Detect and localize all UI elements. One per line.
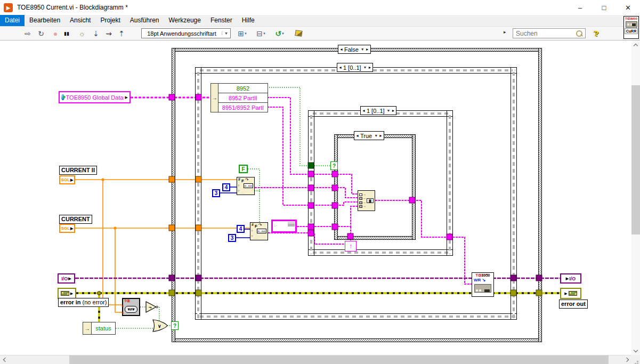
current-label[interactable]: CURRENT <box>59 215 92 224</box>
scroll-down-button[interactable] <box>631 346 640 355</box>
unbundle-row[interactable]: 8952 PartII <box>218 93 268 103</box>
inner-sequence-border[interactable] <box>447 110 453 256</box>
menu-bearbeiten[interactable]: Bearbeiten <box>25 15 65 26</box>
wire-booleans[interactable] <box>114 87 330 328</box>
toe8950-write-subvi[interactable]: TŒ8950 WR ↘ <box>472 272 494 297</box>
vertical-scrollbar[interactable] <box>631 41 640 355</box>
number-to-fractional-string-node[interactable]: # F ↷ n.nn ⊦ ⊦ ··· <box>237 177 255 195</box>
maximize-button[interactable]: □ <box>592 0 616 15</box>
error-out-label[interactable]: error out <box>559 300 588 309</box>
scroll-right-button[interactable] <box>623 355 631 364</box>
menu-datei[interactable]: Datei <box>0 15 25 26</box>
width-constant[interactable]: 4 <box>237 225 245 233</box>
sequence-border[interactable] <box>195 313 517 320</box>
case-structure-border[interactable] <box>172 338 542 342</box>
align-objects-icon[interactable]: ⊞▼ <box>236 28 249 39</box>
concatenate-strings-node[interactable]: → → → → ▓ <box>358 190 375 211</box>
horizontal-scrollbar-thumb[interactable] <box>69 355 609 364</box>
string-constant[interactable]: ∶· <box>271 220 297 233</box>
highlight-execution-icon[interactable]: ☼ <box>77 28 87 39</box>
vertical-scrollbar-thumb[interactable] <box>631 85 640 234</box>
sequence-border[interactable] <box>511 67 517 320</box>
chevron-down-icon[interactable]: ▼ <box>387 109 391 112</box>
unbundle-row[interactable]: 8952 <box>218 84 268 93</box>
sequence-border[interactable] <box>195 67 201 320</box>
search-splitter-icon[interactable]: ▸ <box>504 29 506 35</box>
prev-frame-icon[interactable]: ◄ <box>362 109 366 112</box>
number-to-fractional-string-node[interactable]: # F ↷ n.nn ⊦ ⊦ ··· <box>250 222 268 240</box>
minimize-button[interactable]: – <box>568 0 592 15</box>
toe-compare-node[interactable]: TŒ ▸ ▸ ▾≠▾ <box>122 298 140 316</box>
menu-ausfuehren[interactable]: Ausführen <box>125 15 164 26</box>
font-selector[interactable]: 18pt Anwendungsschriftart ▼ <box>141 28 231 38</box>
inner-sequence-frame-label[interactable]: ◄ 1 [0..1] ▼ ► <box>360 106 396 115</box>
step-over-icon[interactable]: ⇝ <box>103 28 114 39</box>
error-in-terminal[interactable]: ▶ <box>58 288 76 299</box>
global-variable[interactable]: TOE8950 Global Data ▶ <box>59 91 131 103</box>
true-case-border[interactable] <box>334 236 416 240</box>
chevron-down-icon[interactable]: ▼ <box>361 47 364 51</box>
inner-sequence-border[interactable] <box>308 110 314 256</box>
inner-sequence-border[interactable] <box>308 249 453 256</box>
prev-frame-icon[interactable]: ◄ <box>338 66 342 69</box>
menu-fenster[interactable]: Fenster <box>206 15 237 26</box>
step-out-icon[interactable]: ⇡ <box>116 28 127 39</box>
chevron-down-icon[interactable]: ▼ <box>374 134 378 137</box>
status-unbundle-node[interactable]: → status <box>83 322 116 335</box>
sequence-frame-label[interactable]: ◄ 1 [0..1] ▼ ► <box>337 63 373 72</box>
current-terminal[interactable]: SGL▶ <box>59 224 75 233</box>
step-into-icon[interactable]: ⇣ <box>91 28 101 39</box>
run-icon[interactable]: ⇨ <box>22 28 33 39</box>
current-ii-label[interactable]: CURRENT II <box>59 166 97 175</box>
case-selector-label[interactable]: ◄ False ▼ ► <box>338 45 371 54</box>
current-ii-terminal[interactable]: SGL▶ <box>59 175 75 184</box>
run-continuous-icon[interactable]: ↻ <box>35 28 47 39</box>
search-input[interactable] <box>513 30 575 37</box>
menu-werkzeuge[interactable]: Werkzeuge <box>164 15 205 26</box>
next-case-icon[interactable]: ► <box>366 47 369 51</box>
menu-projekt[interactable]: Projekt <box>95 15 125 26</box>
visa-io-indicator[interactable]: ▶I/O <box>560 273 581 284</box>
case-structure-border[interactable] <box>172 48 175 342</box>
width-constant[interactable]: 4 <box>222 183 230 191</box>
true-case-selector-label[interactable]: ◄ True ▼ ► <box>354 131 384 140</box>
status-element[interactable]: status <box>92 322 115 334</box>
true-case-selector-terminal[interactable]: ? <box>330 161 338 170</box>
prev-case-icon[interactable]: ◄ <box>355 134 359 137</box>
true-case-border[interactable] <box>412 134 416 240</box>
cleanup-diagram-icon[interactable] <box>292 28 305 39</box>
prev-case-icon[interactable]: ◄ <box>339 47 343 51</box>
close-button[interactable]: ✕ <box>616 0 640 15</box>
resize-objects-icon[interactable]: ↺▼ <box>273 28 286 39</box>
chevron-down-icon[interactable]: ▼ <box>363 66 367 69</box>
visa-io-control[interactable]: I/O▶ <box>58 273 75 284</box>
next-case-icon[interactable]: ► <box>379 134 383 137</box>
case-structure-border[interactable] <box>538 48 542 342</box>
vi-icon[interactable]: TŒ8950 CuRR <box>623 16 639 39</box>
unbundle-row[interactable]: 8951/8952 PartI <box>218 103 268 112</box>
scroll-up-button[interactable] <box>631 41 640 49</box>
menu-ansicht[interactable]: Ansicht <box>65 15 95 26</box>
wire-current-ii[interactable] <box>75 178 237 305</box>
error-out-terminal[interactable]: ▶ <box>560 288 581 299</box>
search-box[interactable] <box>513 28 586 38</box>
next-frame-icon[interactable]: ► <box>392 109 395 112</box>
curl-arrow-icon: ↷ <box>258 223 262 228</box>
horizontal-scrollbar[interactable] <box>0 355 631 364</box>
precision-constant[interactable]: 3 <box>228 234 236 242</box>
false-constant[interactable]: F <box>239 165 248 173</box>
case-selector-terminal[interactable]: ? <box>171 321 179 330</box>
menu-hilfe[interactable]: Hilfe <box>237 15 260 26</box>
true-case-border[interactable] <box>334 134 338 240</box>
pause-icon[interactable]: ▮▮ <box>62 28 71 39</box>
distribute-objects-icon[interactable]: ⊟▼ <box>255 28 268 39</box>
sequence-local-variable[interactable]: ↑ <box>345 241 357 252</box>
next-frame-icon[interactable]: ► <box>368 66 372 69</box>
abort-icon[interactable]: ● <box>50 28 61 39</box>
precision-constant[interactable]: 3 <box>212 189 220 197</box>
scroll-left-button[interactable] <box>0 355 9 364</box>
resize-grip[interactable] <box>631 355 640 364</box>
error-in-label[interactable]: error in (no error) <box>58 298 109 307</box>
context-help-button[interactable]: ? <box>592 28 601 38</box>
unbundle-by-name-node[interactable]: → 8952 8952 PartII 8951/8952 PartI <box>210 83 268 112</box>
